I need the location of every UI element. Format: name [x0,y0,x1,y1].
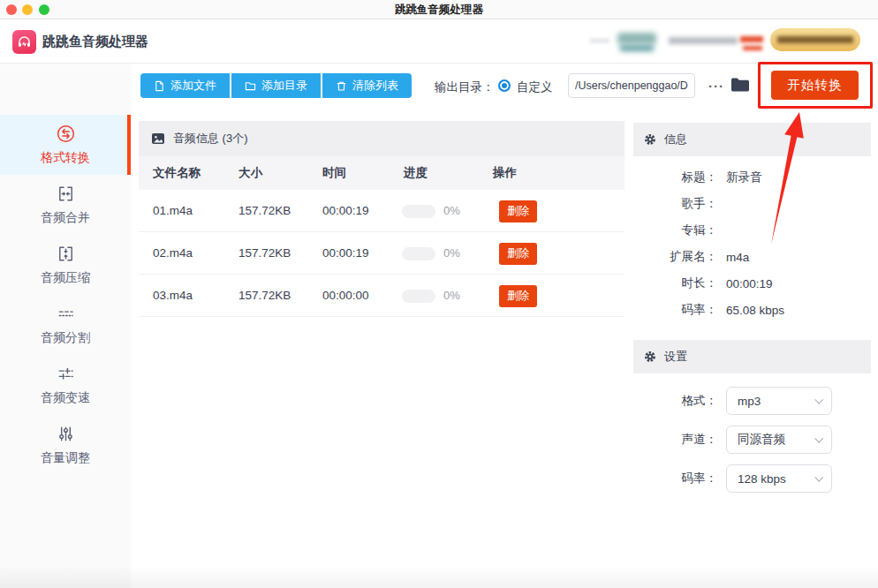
add-file-button[interactable]: 添加文件 [140,73,230,98]
bitrate-select[interactable]: 128 kbps [726,464,832,493]
col-file-name: 文件名称 [153,156,201,190]
folder-icon [245,80,256,92]
settings-row: 声道： 同源音频 [633,420,871,459]
field-label: 码率： [633,302,717,318]
audio-list-title: 音频信息 (3个) [173,131,248,147]
settings-row: 码率： 128 kbps [633,459,871,498]
gear-icon [644,351,656,363]
merge-icon [56,184,76,204]
file-time: 00:00:19 [322,232,369,275]
delete-button[interactable]: 删除 [499,243,537,265]
delete-button[interactable]: 删除 [499,200,537,222]
user-avatar-blurred [620,45,654,51]
info-row: 歌手： [633,191,871,217]
blurred-text [590,39,609,42]
sidebar-item-audio-merge[interactable]: 音频合并 [0,175,131,235]
progress-percent: 0% [443,232,460,275]
audio-list-panel: 音频信息 (3个) 文件名称 大小 时间 进度 操作 01.m4a 157.72… [139,121,624,317]
user-avatar-blurred[interactable] [617,33,656,44]
sidebar-item-audio-compress[interactable]: 音频压缩 [0,235,131,295]
open-folder-button[interactable] [730,76,750,95]
info-panel-title: 信息 [664,132,687,147]
info-row: 标题：新录音 [633,164,871,191]
col-progress: 进度 [404,156,428,190]
browse-more-button[interactable]: ··· [705,74,728,97]
field-label: 扩展名： [633,249,717,265]
custom-dir-radio[interactable] [498,79,511,92]
field-label: 歌手： [633,196,717,212]
progress-bar [402,290,435,303]
settings-row: 格式： mp3 [633,381,871,420]
blurred-text [777,36,853,43]
table-row: 02.m4a 157.72KB 00:00:19 0% 删除 [139,232,624,275]
app-logo headphones-icon [12,30,36,54]
settings-panel-title: 设置 [664,349,687,365]
output-path-input[interactable] [568,73,695,98]
window-title: 跳跳鱼音频处理器 [0,0,878,19]
sidebar-item-label: 音频变速 [41,390,90,406]
output-dir-label: 输出目录： [435,79,495,95]
table-row: 01.m4a 157.72KB 00:00:19 0% 删除 [139,190,624,232]
field-value: 00:00:19 [726,277,773,290]
delete-button[interactable]: 删除 [499,285,537,307]
col-size: 大小 [238,156,262,190]
app-name: 跳跳鱼音频处理器 [42,34,148,50]
account-link-blurred[interactable] [740,36,763,42]
sidebar-item-format-convert[interactable]: 格式转换 [0,115,131,175]
file-name: 02.m4a [153,232,193,275]
info-row: 时长：00:00:19 [633,270,871,297]
info-row: 专辑： [633,217,871,244]
field-label: 专辑： [633,222,717,238]
field-label: 声道： [633,432,717,448]
sidebar-item-label: 格式转换 [41,150,90,166]
compress-icon [56,244,76,264]
file-name: 03.m4a [153,275,193,317]
chevron-down-icon [814,434,823,443]
button-label: 添加目录 [261,78,307,94]
sidebar-item-label: 音量调整 [41,450,90,466]
vip-badge-button-blurred[interactable] [770,28,860,51]
folder-icon [730,77,750,93]
field-value: 新录音 [726,170,762,185]
field-label: 码率： [633,471,717,486]
sidebar-item-audio-speed[interactable]: 音频变速 [0,355,131,415]
col-action: 操作 [493,156,517,190]
settings-panel-header: 设置 [633,340,871,373]
info-row: 扩展名：m4a [633,244,871,270]
sidebar: 格式转换 音频合并 音频压缩 音频分割 [0,64,131,588]
field-value: 65.08 kbps [726,304,784,317]
field-label: 时长： [633,275,717,291]
sidebar-item-volume-adjust[interactable]: 音量调整 [0,415,131,475]
volume-sliders-icon [56,424,76,444]
info-fields: 标题：新录音 歌手： 专辑： 扩展名：m4a 时长：00:00:19 码率：65… [633,164,871,323]
col-time: 时间 [322,156,346,190]
file-size: 157.72KB [238,190,291,232]
gear-icon [644,133,656,146]
info-panel-header: 信息 [633,123,871,156]
account-text-blurred [669,37,738,44]
file-size: 157.72KB [238,275,291,317]
select-value: 同源音频 [738,432,785,448]
add-directory-button[interactable]: 添加目录 [231,73,321,98]
select-value: mp3 [738,395,761,408]
format-select[interactable]: mp3 [726,387,832,415]
sidebar-item-label: 音频合并 [41,210,90,226]
sidebar-item-label: 音频分割 [41,330,90,346]
audio-list-header: 音频信息 (3个) [139,121,624,156]
info-row: 码率：65.08 kbps [633,297,871,323]
field-label: 标题： [633,170,717,185]
file-name: 01.m4a [153,190,193,232]
trash-icon [336,80,347,92]
channel-select[interactable]: 同源音频 [726,426,832,454]
button-label: 添加文件 [170,78,216,94]
convert-icon [56,124,76,144]
progress-bar [402,247,435,260]
progress-percent: 0% [443,190,460,232]
clear-list-button[interactable]: 清除列表 [322,73,412,98]
app-window: 跳跳鱼音频处理器 跳跳鱼音频处理器 格式转换 [0,0,878,588]
start-convert-button[interactable]: 开始转换 [771,71,859,100]
macos-titlebar: 跳跳鱼音频处理器 [0,0,878,19]
sidebar-item-audio-split[interactable]: 音频分割 [0,295,131,355]
account-link-blurred [743,46,762,50]
custom-dir-radio-label[interactable]: 自定义 [517,79,553,95]
